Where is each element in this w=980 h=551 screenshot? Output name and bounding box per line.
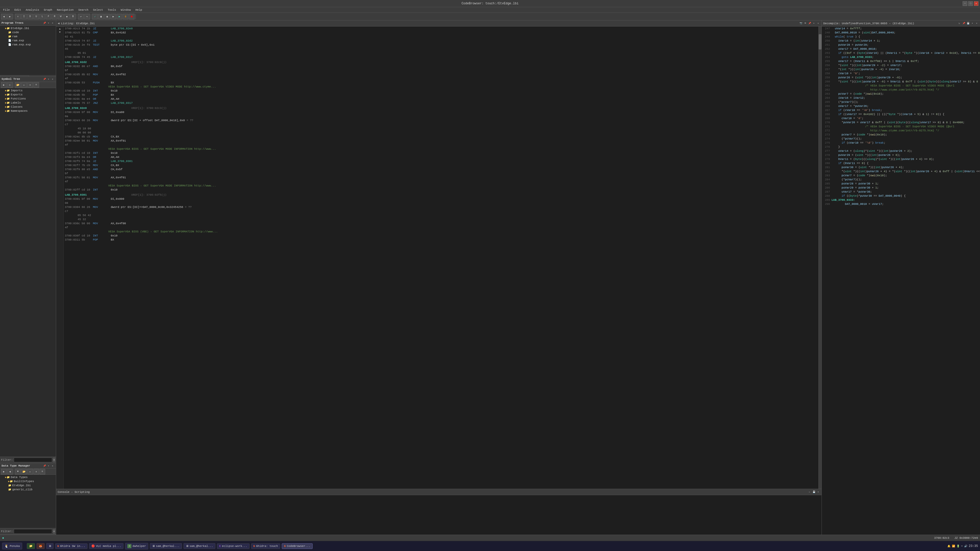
forward-button[interactable]: ▶ (7, 14, 13, 19)
menu-search[interactable]: Search (76, 8, 91, 12)
console-save-icon[interactable]: 💾 (812, 490, 816, 494)
gutter-arrow-down[interactable]: ▼ (59, 31, 60, 34)
toolbar-btn-15[interactable]: ▶ (110, 14, 116, 19)
st-btn4[interactable]: ✏ (21, 82, 27, 88)
dt-btn5[interactable]: ✏ (27, 469, 33, 475)
taskbar-terminal[interactable]: 🖥 (46, 543, 54, 549)
toolbar-btn-12[interactable]: ↪ (84, 14, 90, 19)
toolbar-btn-14[interactable]: ◉ (104, 14, 110, 19)
symbol-namespaces[interactable]: ▶📁 Namespaces (0, 109, 56, 113)
dc-save-icon[interactable]: 💾 (966, 22, 970, 25)
close-button[interactable]: ✕ (974, 1, 978, 6)
st-pin-icon[interactable]: 📌 (43, 77, 46, 81)
taskbar-eclipse[interactable]: E eclipse-work... (217, 543, 250, 549)
dt-builtin[interactable]: ▶📁 BuiltInTypes (0, 479, 56, 483)
console-close-icon[interactable]: ✕ (816, 490, 820, 494)
toolbar-btn-check[interactable]: ✓ (92, 14, 98, 19)
pt-close-icon[interactable]: ✕ (51, 21, 54, 25)
toolbar-btn-3[interactable]: D (27, 14, 33, 19)
toolbar-btn-16[interactable]: ▶ (117, 14, 122, 19)
tree-item-ram[interactable]: 📁 ram (0, 35, 56, 38)
st-btn3[interactable]: 📂 (15, 82, 21, 88)
toolbar-btn-4[interactable]: U (33, 14, 39, 19)
toolbar-btn-10[interactable]: B (70, 14, 76, 19)
menu-help[interactable]: Help (134, 8, 144, 12)
taskbar-sam2[interactable]: 🖥 sam_@herkal... (183, 543, 215, 549)
toolbar-btn-6[interactable]: F (46, 14, 51, 19)
taskbar-codebrowser[interactable]: G CodeBrowser... (282, 543, 313, 549)
listing-close-icon[interactable]: ✕ (816, 22, 820, 25)
pt-pin-icon[interactable]: 📌 (43, 21, 46, 25)
menu-navigation[interactable]: Navigation (55, 8, 76, 12)
dt-btn6[interactable]: ✕ (33, 469, 39, 475)
dt-btn4[interactable]: 📂 (21, 469, 27, 475)
toolbar-btn-13[interactable]: ▣ (98, 14, 104, 19)
menu-window[interactable]: Window (119, 8, 133, 12)
taskbar-ghidra-sw[interactable]: G Ghidra SW in... (55, 543, 88, 549)
taskbar-ponuka[interactable]: 🐧 Ponuka (2, 543, 22, 549)
toolbar-btn-9[interactable]: ◆ (64, 14, 70, 19)
listing-scroll-thumb[interactable] (819, 34, 821, 49)
listing-text[interactable]: 3700:02c3 74 1b JZ LAB_3700_02e0 3700:02… (64, 27, 818, 489)
st-btn5[interactable]: ✕ (27, 82, 33, 88)
st-close-icon[interactable]: ✕ (51, 77, 54, 81)
maximize-button[interactable]: □ (968, 1, 973, 6)
dc-refresh-icon[interactable]: ↻ (958, 22, 961, 25)
symbol-filter-input[interactable] (14, 457, 52, 462)
tree-item-ram-exp-exp[interactable]: 📄 ram.exp.exp (0, 43, 56, 47)
tree-item-etvEdge[interactable]: ▶📁 EtvEdge.lbi (0, 26, 56, 30)
toolbar-btn-1[interactable]: ⬆ (15, 14, 21, 19)
minimize-button[interactable]: ─ (963, 1, 967, 6)
taskbar-vlc[interactable]: 🔴 VLC media pl... (89, 543, 124, 549)
toolbar-btn-18[interactable]: ⏹ (129, 14, 135, 19)
listing-snapshot-icon[interactable]: 📷 (799, 22, 803, 25)
symbol-classes[interactable]: ▶📁 Classes (0, 105, 56, 109)
menu-graph[interactable]: Graph (42, 8, 54, 12)
listing-pin-icon[interactable]: 📌 (808, 22, 811, 25)
dt-generic-clib[interactable]: 📁 generic_clib (0, 487, 56, 492)
taskbar-dwhelper[interactable]: d dwhelper (125, 543, 148, 549)
toolbar-btn-7[interactable]: R (52, 14, 57, 19)
listing-nav-back[interactable]: ◀ (58, 21, 59, 25)
taskbar-sam1[interactable]: 🖥 sam_@herkal... (150, 543, 182, 549)
listing-view-icon[interactable]: 👁 (803, 22, 807, 25)
listing-menu-icon[interactable]: ▾ (812, 22, 816, 25)
pt-menu-icon[interactable]: ▾ (47, 21, 50, 25)
taskbar-ghidra-touch[interactable]: G Ghidra: touch (251, 543, 280, 549)
dt-filter-input[interactable] (14, 529, 52, 534)
menu-file[interactable]: File (1, 8, 12, 12)
dt-pin-icon[interactable]: 📌 (43, 464, 46, 468)
console-edit-icon[interactable]: ✏ (808, 490, 811, 494)
menu-select[interactable]: Select (91, 8, 105, 12)
back-button[interactable]: ◀ (1, 14, 6, 19)
st-menu-icon[interactable]: ▾ (47, 77, 50, 81)
toolbar-btn-2[interactable]: I (21, 14, 27, 19)
tree-item-code[interactable]: 📁 code (0, 30, 56, 35)
toolbar-btn-5[interactable]: L (40, 14, 45, 19)
symbol-functions[interactable]: ▶📁 Functions (0, 97, 56, 101)
tree-item-ram-exp[interactable]: 📄 ram.exp (0, 38, 56, 43)
toolbar-btn-17[interactable]: ⏸ (123, 14, 128, 19)
menu-analysis[interactable]: Analysis (24, 8, 41, 12)
taskbar-browser[interactable]: 🦊 (37, 543, 45, 549)
menu-edit[interactable]: Edit (12, 8, 23, 12)
gutter-arrow-up[interactable]: ▲ (59, 27, 60, 30)
dt-data-types[interactable]: ▶📁 Data Types (0, 475, 56, 479)
toolbar-btn-11[interactable]: ↩ (78, 14, 84, 19)
dt-filter-btn[interactable]: ⚙ (53, 529, 55, 534)
menu-tools[interactable]: Tools (106, 8, 118, 12)
symbol-exports[interactable]: ▶📁 Exports (0, 93, 56, 97)
dt-etvEdge[interactable]: 📁 EtvEdge.lbi (0, 483, 56, 487)
st-btn1[interactable]: ▶ (1, 82, 6, 88)
dt-menu-icon[interactable]: ▾ (47, 464, 50, 468)
st-btn6[interactable]: ≡ (33, 82, 39, 88)
dt-close-icon[interactable]: ✕ (51, 464, 54, 468)
dc-close-icon[interactable]: ✕ (975, 22, 978, 25)
dc-pin-icon[interactable]: 📌 (962, 22, 966, 25)
st-btn2[interactable]: ▷ (7, 82, 13, 88)
dt-btn2[interactable]: ◀ (7, 469, 13, 475)
listing-scrollbar[interactable] (818, 27, 821, 489)
dt-btn3[interactable]: ▼ (15, 469, 21, 475)
symbol-imports[interactable]: ▶📁 Imports (0, 89, 56, 93)
dc-menu-icon[interactable]: ▾ (970, 22, 974, 25)
